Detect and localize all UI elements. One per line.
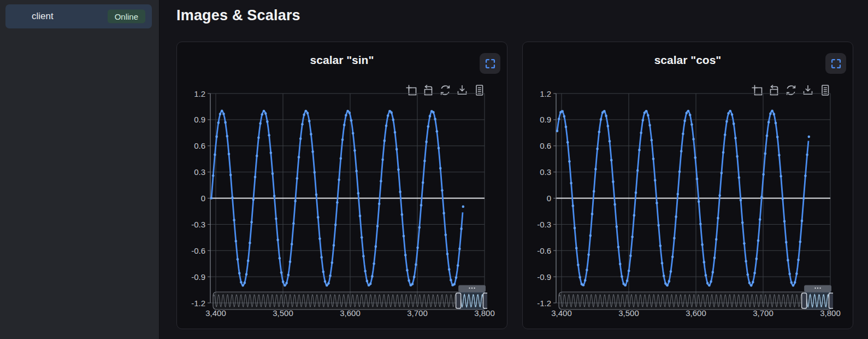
y-tick-label: 1.2 — [523, 89, 551, 99]
y-tick-label: 0.9 — [177, 114, 205, 125]
y-tick-label: -1.2 — [523, 298, 551, 308]
page-title: Images & Scalars — [176, 7, 300, 24]
chart-card: scalar "sin" 1.20.90.60.30-0.3-0.6-0.9-1… — [176, 42, 507, 329]
y-tick-label: -0.6 — [177, 246, 205, 256]
y-tick-label: 0 — [523, 193, 551, 203]
app-root: { "sidebar": { "client": { "label": "cli… — [0, 0, 868, 339]
x-axis-labels: 3,4003,5003,6003,7003,800 — [208, 308, 487, 319]
y-tick-label: -0.6 — [523, 246, 551, 256]
x-tick-label: 3,400 — [194, 308, 238, 318]
grip-dots-icon — [469, 288, 470, 289]
y-tick-label: 0.9 — [523, 114, 551, 125]
y-tick-label: 1.2 — [177, 89, 205, 99]
y-tick-label: -0.3 — [177, 219, 205, 230]
chart-title: scalar "cos" — [523, 54, 853, 67]
x-tick-label: 3,400 — [540, 308, 583, 318]
x-tick-label: 3,500 — [607, 308, 651, 318]
grip-dots-icon — [819, 288, 820, 289]
fullscreen-icon — [830, 58, 842, 69]
y-axis-labels: 1.20.90.60.30-0.3-0.6-0.9-1.2 — [523, 89, 551, 313]
grip-dots-icon — [474, 288, 475, 289]
x-tick-label: 3,600 — [674, 308, 718, 318]
grip-dots-icon — [814, 288, 816, 289]
expand-button[interactable] — [480, 53, 500, 74]
x-tick-label: 3,800 — [463, 308, 506, 318]
main-content: Images & Scalars scalar "sin" 1.20.90.60… — [160, 0, 868, 339]
datazoom-handle-right[interactable] — [829, 293, 834, 308]
status-badge: Online — [108, 10, 145, 24]
y-tick-label: 0.3 — [523, 167, 551, 177]
x-tick-label: 3,700 — [741, 308, 785, 318]
y-tick-label: -0.9 — [523, 272, 551, 282]
chart-card: scalar "cos" 1.20.90.60.30-0.3-0.6-0.9-1… — [522, 42, 853, 329]
y-axis-labels: 1.20.90.60.30-0.3-0.6-0.9-1.2 — [177, 89, 205, 313]
sidebar-item-client[interactable]: client Online — [5, 4, 152, 28]
chart-cards-row: scalar "sin" 1.20.90.60.30-0.3-0.6-0.9-1… — [176, 42, 853, 329]
datazoom-handle-right[interactable] — [483, 293, 488, 308]
chart-title: scalar "sin" — [177, 54, 507, 67]
x-tick-label: 3,700 — [395, 308, 439, 318]
y-tick-label: -0.3 — [523, 219, 551, 230]
x-tick-label: 3,800 — [808, 308, 852, 318]
y-tick-label: 0.6 — [523, 141, 551, 151]
x-axis-labels: 3,4003,5003,6003,7003,800 — [553, 308, 833, 319]
x-tick-label: 3,500 — [261, 308, 305, 318]
client-label: client — [32, 11, 54, 22]
y-tick-label: 0 — [177, 193, 205, 203]
grip-dots-icon — [817, 288, 818, 289]
y-tick-label: -1.2 — [177, 298, 205, 308]
y-tick-label: 0.6 — [177, 141, 205, 151]
expand-button[interactable] — [825, 53, 846, 74]
y-tick-label: -0.9 — [177, 272, 205, 282]
chart-canvas[interactable] — [208, 89, 487, 313]
fullscreen-icon — [485, 58, 496, 69]
datazoom-handle-left[interactable] — [802, 293, 807, 308]
datazoom-handle-left[interactable] — [456, 293, 461, 308]
y-tick-label: 0.3 — [177, 167, 205, 177]
chart-canvas[interactable] — [553, 89, 833, 313]
x-tick-label: 3,600 — [328, 308, 372, 318]
sidebar: client Online — [0, 0, 160, 339]
grip-dots-icon — [471, 288, 473, 289]
